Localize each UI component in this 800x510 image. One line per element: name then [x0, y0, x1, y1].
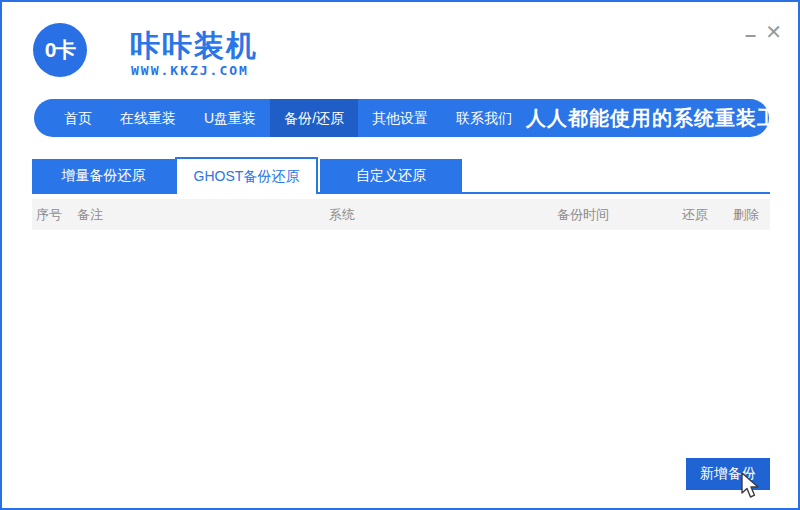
column-header-backup-time: 备份时间	[557, 199, 609, 230]
app-window: 0卡 咔咔装机 WWW.KKZJ.COM – ✕ 首页 在线重装 U盘重装 备份…	[0, 0, 800, 510]
nav-item-other-settings[interactable]: 其他设置	[358, 99, 442, 137]
column-header-system: 系统	[329, 199, 355, 230]
column-header-index: 序号	[36, 199, 62, 230]
app-website: WWW.KKZJ.COM	[131, 63, 249, 78]
app-logo-icon: 0卡	[33, 23, 87, 77]
tab-custom-restore[interactable]: 自定义还原	[320, 159, 462, 192]
nav-item-home[interactable]: 首页	[50, 99, 106, 137]
nav-item-backup-restore[interactable]: 备份/还原	[270, 99, 358, 137]
nav-item-contact-us[interactable]: 联系我们	[442, 99, 526, 137]
nav-item-online-reinstall[interactable]: 在线重装	[106, 99, 190, 137]
column-header-delete: 删除	[733, 199, 759, 230]
tab-ghost-backup-restore[interactable]: GHOST备份还原	[175, 157, 318, 194]
minimize-icon[interactable]: –	[745, 24, 756, 44]
close-icon[interactable]: ✕	[765, 22, 782, 42]
titlebar: 0卡 咔咔装机 WWW.KKZJ.COM – ✕	[2, 2, 798, 95]
nav-item-usb-reinstall[interactable]: U盘重装	[190, 99, 270, 137]
main-navbar: 首页 在线重装 U盘重装 备份/还原 其他设置 联系我们 人人都能使用的系统重装…	[34, 99, 769, 137]
backup-table-header: 序号 备注 系统 备份时间 还原 删除	[32, 199, 770, 230]
logo-glyph: 0卡	[45, 36, 76, 64]
column-header-restore: 还原	[682, 199, 708, 230]
nav-slogan: 人人都能使用的系统重装工具	[526, 105, 800, 132]
new-backup-button[interactable]: 新增备份	[686, 458, 770, 490]
tab-incremental-backup-restore[interactable]: 增量备份还原	[32, 159, 175, 192]
backup-tabs: 增量备份还原 GHOST备份还原 自定义还原	[32, 157, 770, 194]
column-header-note: 备注	[77, 199, 103, 230]
backup-table-body	[32, 230, 770, 445]
app-title: 咔咔装机	[130, 26, 258, 67]
